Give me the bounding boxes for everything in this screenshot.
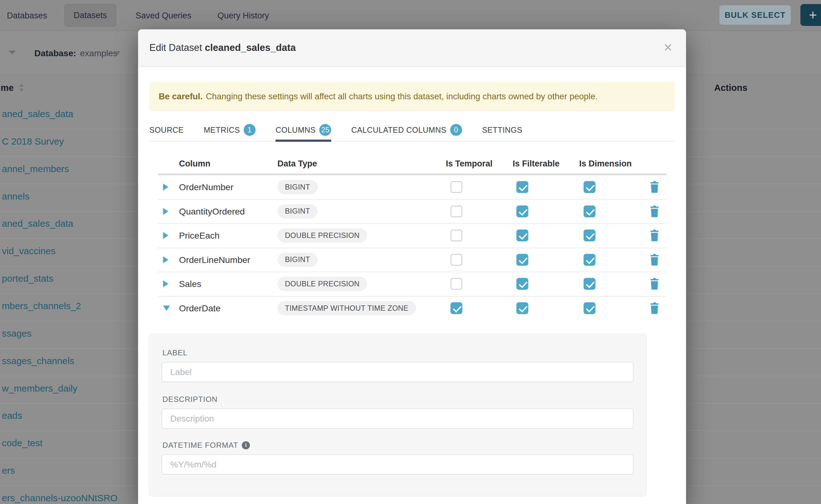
datetime-format-input[interactable] bbox=[161, 454, 634, 475]
expand-caret-icon[interactable] bbox=[163, 184, 168, 190]
columns-table: Column Data Type Is Temporal Is Filterab… bbox=[149, 142, 675, 334]
actions-column-header: Actions bbox=[714, 83, 747, 93]
tab-settings-label: SETTINGS bbox=[482, 126, 522, 135]
data-type-pill: BIGINT bbox=[277, 253, 318, 267]
column-row-orderdate: OrderDate TIMESTAMP WITHOUT TIME ZONE bbox=[149, 296, 675, 320]
is-dimension-checkbox[interactable] bbox=[584, 302, 596, 314]
column-name: OrderDate bbox=[179, 303, 220, 314]
is-filterable-checkbox[interactable] bbox=[517, 205, 528, 217]
name-column-header[interactable]: me bbox=[1, 83, 14, 93]
row-separator bbox=[158, 296, 667, 297]
tab-source[interactable]: SOURCE bbox=[149, 119, 184, 141]
is-temporal-checkbox[interactable] bbox=[451, 230, 463, 241]
delete-column-icon[interactable] bbox=[649, 205, 660, 217]
top-navbar: Databases Datasets Saved Queries Query H… bbox=[0, 0, 821, 31]
is-filterable-checkbox[interactable] bbox=[517, 254, 528, 266]
column-name: PriceEach bbox=[179, 230, 220, 241]
label-heading-text: LABEL bbox=[162, 348, 187, 357]
dataset-link[interactable]: ers bbox=[2, 465, 15, 476]
modal-body: Be careful. Changing these settings will… bbox=[138, 82, 686, 334]
is-filterable-checkbox[interactable] bbox=[517, 302, 528, 314]
is-filterable-checkbox[interactable] bbox=[517, 278, 528, 290]
is-filterable-checkbox[interactable] bbox=[517, 181, 528, 193]
dataset-link[interactable]: vid_vaccines bbox=[2, 246, 56, 256]
description-heading: DESCRIPTION bbox=[162, 395, 217, 404]
delete-column-icon[interactable] bbox=[649, 230, 660, 241]
dataset-link[interactable]: mbers_channels_2 bbox=[2, 301, 81, 311]
column-row-sales: Sales DOUBLE PRECISION bbox=[149, 272, 675, 296]
is-temporal-checkbox[interactable] bbox=[451, 278, 463, 290]
is-temporal-checkbox[interactable] bbox=[451, 205, 463, 217]
sort-icon[interactable] bbox=[19, 84, 24, 92]
is-dimension-checkbox[interactable] bbox=[584, 230, 596, 241]
tab-columns[interactable]: COLUMNS 25 bbox=[275, 119, 331, 141]
dataset-link[interactable]: ers_channels-uzooNNtSRO bbox=[2, 493, 117, 503]
database-filter-label: Database: bbox=[34, 48, 76, 58]
column-row-orderlinenumber: OrderLineNumber BIGINT bbox=[149, 248, 675, 272]
plus-icon: + bbox=[809, 7, 817, 23]
dataset-link[interactable]: eads bbox=[2, 410, 22, 421]
is-temporal-checkbox[interactable] bbox=[451, 181, 463, 193]
chevron-down-icon[interactable] bbox=[9, 51, 16, 55]
dataset-link[interactable]: annels bbox=[2, 191, 29, 202]
header-is-dimension: Is Dimension bbox=[579, 159, 632, 169]
modal-title-prefix: Edit Dataset bbox=[149, 42, 202, 53]
is-filterable-checkbox[interactable] bbox=[517, 230, 528, 241]
dataset-link[interactable]: ported_stats bbox=[2, 273, 53, 284]
dataset-link[interactable]: C 2018 Survey bbox=[2, 136, 64, 147]
column-name: QuantityOrdered bbox=[179, 206, 245, 216]
dataset-link[interactable]: w_members_daily bbox=[2, 383, 77, 394]
tab-metrics[interactable]: METRICS 1 bbox=[204, 119, 255, 141]
modal-header: Edit Dataset cleaned_sales_data ✕ bbox=[138, 29, 686, 67]
dataset-link[interactable]: ssages_channels bbox=[2, 356, 74, 366]
columns-count-badge: 25 bbox=[319, 124, 331, 136]
is-dimension-checkbox[interactable] bbox=[584, 278, 596, 290]
bulk-select-button[interactable]: BULK SELECT bbox=[720, 5, 791, 25]
row-separator bbox=[158, 248, 667, 248]
tab-columns-label: COLUMNS bbox=[275, 126, 316, 135]
database-chevron-down-icon[interactable] bbox=[114, 51, 121, 55]
delete-column-icon[interactable] bbox=[649, 302, 660, 314]
row-separator bbox=[158, 223, 667, 224]
nav-tab-query-history[interactable]: Query History bbox=[217, 11, 269, 21]
close-icon[interactable]: ✕ bbox=[661, 41, 675, 55]
dataset-link[interactable]: ssages bbox=[2, 328, 32, 339]
warning-text: Changing these settings will affect all … bbox=[206, 91, 598, 101]
is-temporal-checkbox[interactable] bbox=[451, 302, 463, 314]
expand-caret-icon[interactable] bbox=[163, 280, 168, 287]
is-dimension-checkbox[interactable] bbox=[584, 181, 596, 193]
info-icon[interactable]: i bbox=[242, 441, 250, 449]
delete-column-icon[interactable] bbox=[649, 254, 660, 266]
label-input[interactable] bbox=[161, 362, 634, 382]
dataset-link[interactable]: aned_sales_data bbox=[2, 109, 73, 119]
nav-tab-datasets[interactable]: Datasets bbox=[64, 4, 116, 27]
column-name: Sales bbox=[179, 279, 201, 289]
tab-settings[interactable]: SETTINGS bbox=[482, 119, 522, 141]
nav-tab-saved-queries[interactable]: Saved Queries bbox=[136, 11, 191, 21]
tab-calculated-columns[interactable]: CALCULATED COLUMNS 0 bbox=[351, 119, 462, 141]
database-filter-value[interactable]: examples bbox=[80, 48, 117, 58]
delete-column-icon[interactable] bbox=[649, 181, 660, 193]
expand-caret-icon[interactable] bbox=[163, 256, 168, 263]
header-data-type: Data Type bbox=[277, 159, 317, 169]
calculated-columns-count-badge: 0 bbox=[450, 124, 462, 136]
delete-column-icon[interactable] bbox=[649, 278, 660, 290]
collapse-caret-icon[interactable] bbox=[163, 306, 170, 311]
dataset-link[interactable]: annel_members bbox=[2, 164, 69, 174]
nav-tab-datasets-label: Datasets bbox=[64, 11, 116, 20]
nav-tab-databases[interactable]: Databases bbox=[7, 11, 47, 21]
is-dimension-checkbox[interactable] bbox=[584, 205, 596, 217]
row-separator bbox=[158, 199, 667, 200]
dataset-link[interactable]: code_test bbox=[2, 438, 42, 448]
expand-caret-icon[interactable] bbox=[163, 232, 168, 239]
is-dimension-checkbox[interactable] bbox=[584, 254, 596, 266]
modal-tabs: SOURCE METRICS 1 COLUMNS 25 CALCULATED C… bbox=[149, 119, 675, 142]
dataset-link[interactable]: aned_sales_data bbox=[2, 218, 73, 229]
expand-caret-icon[interactable] bbox=[163, 208, 168, 215]
add-dataset-button[interactable]: + bbox=[800, 4, 821, 26]
is-temporal-checkbox[interactable] bbox=[451, 254, 463, 266]
description-input[interactable] bbox=[161, 408, 634, 429]
column-row-ordernumber: OrderNumber BIGINT bbox=[149, 175, 675, 199]
data-type-pill: BIGINT bbox=[277, 180, 318, 194]
data-type-pill: DOUBLE PRECISION bbox=[277, 277, 367, 291]
